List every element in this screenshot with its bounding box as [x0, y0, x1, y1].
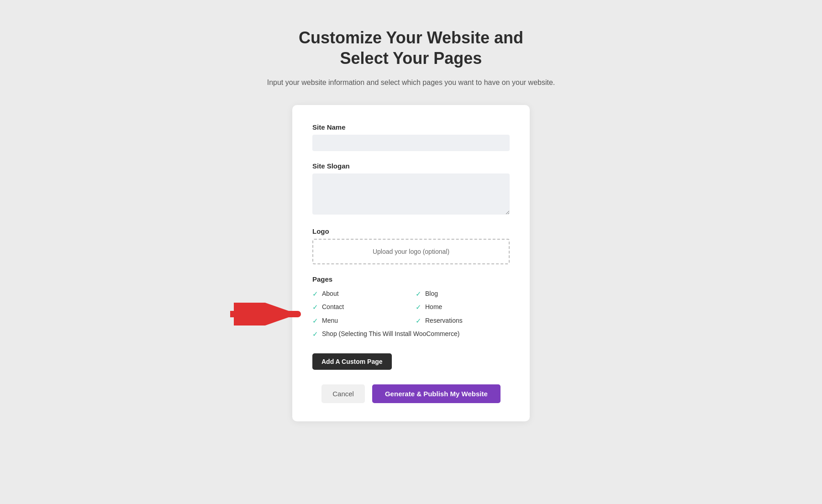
check-icon-reservations: ✓	[416, 317, 422, 325]
site-slogan-input[interactable]	[312, 173, 510, 215]
page-label-shop: Shop (Selecting This Will Install WooCom…	[322, 330, 459, 339]
site-slogan-field: Site Slogan	[312, 162, 510, 216]
check-icon-about: ✓	[312, 290, 318, 298]
check-icon-shop: ✓	[312, 330, 318, 338]
page-subtitle: Input your website information and selec…	[267, 77, 555, 89]
page-label-blog: Blog	[425, 289, 438, 299]
site-name-input[interactable]	[312, 135, 510, 151]
add-custom-page-wrapper: Add A Custom Page	[312, 350, 510, 384]
actions-row: Cancel Generate & Publish My Website	[312, 384, 510, 403]
check-icon-menu: ✓	[312, 317, 318, 325]
page-item-contact[interactable]: ✓ Contact	[312, 303, 406, 312]
check-icon-contact: ✓	[312, 303, 318, 311]
logo-upload-button[interactable]: Upload your logo (optional)	[312, 239, 510, 264]
pages-label: Pages	[312, 275, 510, 283]
page-item-reservations[interactable]: ✓ Reservations	[416, 316, 510, 326]
pages-field: Pages ✓ About	[312, 275, 510, 339]
page-label-contact: Contact	[322, 303, 344, 312]
form-card: Site Name Site Slogan Logo Upload your l…	[292, 105, 530, 421]
page-label-home: Home	[425, 303, 442, 312]
page-item-home[interactable]: ✓ Home	[416, 303, 510, 312]
logo-field: Logo Upload your logo (optional)	[312, 227, 510, 264]
page-item-about[interactable]: ✓ About	[312, 289, 406, 299]
page-title: Customize Your Website and Select Your P…	[299, 27, 523, 68]
pages-grid: ✓ About ✓ Blog ✓ Contact ✓	[312, 289, 510, 339]
site-name-field: Site Name	[312, 123, 510, 151]
page-item-shop[interactable]: ✓ Shop (Selecting This Will Install WooC…	[312, 330, 510, 339]
site-slogan-label: Site Slogan	[312, 162, 510, 170]
page-wrapper: Customize Your Website and Select Your P…	[206, 27, 616, 421]
page-label-about: About	[322, 289, 339, 299]
page-item-blog[interactable]: ✓ Blog	[416, 289, 510, 299]
page-item-menu[interactable]: ✓ Menu	[312, 316, 406, 326]
generate-publish-button[interactable]: Generate & Publish My Website	[372, 384, 501, 403]
logo-label: Logo	[312, 227, 510, 235]
check-icon-home: ✓	[416, 303, 422, 311]
add-custom-page-button[interactable]: Add A Custom Page	[312, 353, 392, 370]
page-label-reservations: Reservations	[425, 316, 463, 326]
site-name-label: Site Name	[312, 123, 510, 131]
page-label-menu: Menu	[322, 316, 338, 326]
check-icon-blog: ✓	[416, 290, 422, 298]
cancel-button[interactable]: Cancel	[321, 384, 365, 403]
red-arrow-indicator	[230, 303, 303, 326]
